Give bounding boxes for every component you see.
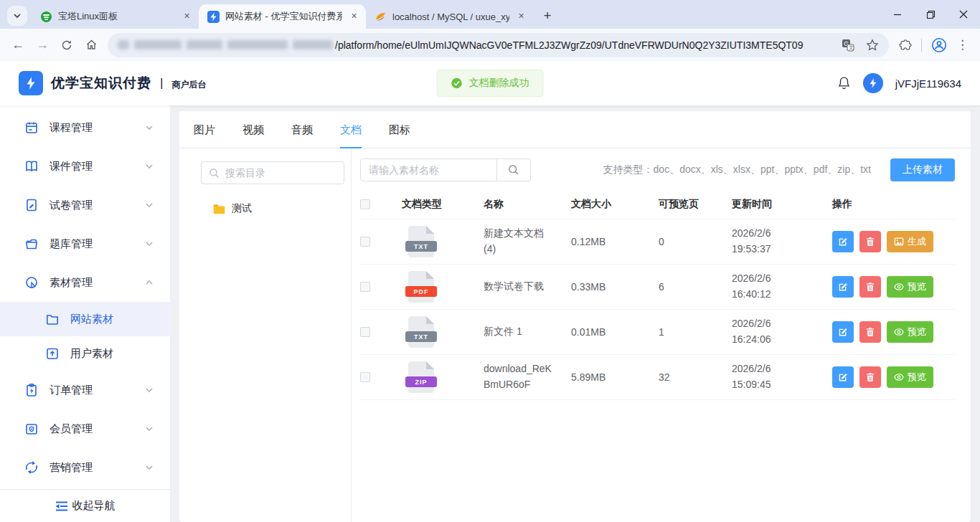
tab-close-icon[interactable]: × — [181, 11, 193, 23]
delete-button[interactable] — [859, 321, 881, 343]
document-size: 0.33MB — [564, 281, 651, 293]
document-name: 数学试卷下载 — [484, 279, 564, 295]
sidebar-item-material[interactable]: 素材管理 — [0, 263, 170, 302]
sidebar-item-members[interactable]: 会员管理 — [0, 409, 170, 448]
tab-search-button[interactable] — [7, 6, 27, 26]
tab-images[interactable]: 图片 — [194, 123, 215, 148]
new-tab-button[interactable]: + — [537, 6, 557, 26]
table-row: PDF 数学试卷下载 0.33MB 6 2026/2/616:40:12 — [360, 265, 955, 310]
edit-pen-icon — [838, 237, 848, 247]
window-controls — [881, 0, 980, 29]
sidebar: 课程管理 课件管理 试卷管理 题库管理 素材管理 网站素材 — [0, 105, 170, 522]
row-checkbox[interactable] — [360, 237, 370, 247]
document-pages: 6 — [651, 281, 725, 293]
document-pages: 1 — [651, 326, 725, 338]
upload-material-button[interactable]: 上传素材 — [890, 158, 955, 181]
profile-icon[interactable] — [931, 37, 947, 53]
brand-divider: | — [160, 76, 163, 90]
material-card: 图片 视频 音频 文档 图标 测试 — [179, 111, 971, 522]
edit-button[interactable] — [832, 321, 854, 343]
tab-close-icon[interactable]: × — [515, 11, 527, 23]
edit-button[interactable] — [832, 231, 854, 252]
material-tabs: 图片 视频 音频 文档 图标 — [179, 111, 971, 148]
tab-documents[interactable]: 文档 — [340, 123, 362, 148]
exam-file-icon — [24, 198, 39, 212]
header-right: jVFJjE119634 — [837, 73, 961, 93]
material-search-button[interactable] — [497, 158, 531, 181]
preview-button[interactable]: 预览 — [887, 321, 933, 343]
edit-button[interactable] — [832, 366, 854, 388]
window-minimize-button[interactable] — [881, 0, 914, 29]
tab-videos[interactable]: 视频 — [242, 123, 264, 148]
pdf-file-icon: PDF — [408, 271, 434, 303]
preview-button[interactable]: 预览 — [887, 366, 933, 388]
home-button[interactable] — [79, 33, 103, 57]
row-checkbox[interactable] — [360, 327, 370, 337]
select-all-checkbox[interactable] — [360, 199, 370, 209]
material-name-input[interactable] — [360, 158, 497, 181]
sidebar-item-question-bank[interactable]: 题库管理 — [0, 224, 170, 263]
chevron-down-icon — [144, 462, 154, 473]
reload-button[interactable] — [55, 33, 79, 57]
edit-button[interactable] — [832, 276, 854, 298]
delete-button[interactable] — [859, 231, 881, 252]
username: jVFJjE119634 — [895, 77, 961, 90]
bookmark-star-icon[interactable] — [866, 39, 879, 52]
url-bar[interactable]: /platform/home/eUlmUmIJQWNacGV0eTFML2J3Z… — [108, 33, 889, 57]
extensions-icon[interactable] — [899, 39, 912, 52]
sidebar-item-course[interactable]: 课程管理 — [0, 108, 170, 147]
row-checkbox[interactable] — [360, 282, 370, 292]
site-material-folder-icon — [45, 312, 60, 326]
blurred-domain — [118, 40, 333, 49]
tab-close-icon[interactable]: × — [348, 11, 360, 23]
window-close-button[interactable] — [947, 0, 980, 29]
browser-tab-baota[interactable]: 宝塔Linux面板 × — [32, 4, 199, 29]
restore-icon — [926, 10, 936, 19]
sidebar-item-marketing[interactable]: 营销管理 — [0, 448, 170, 487]
chevron-up-icon — [144, 277, 154, 288]
sidebar-item-courseware[interactable]: 课件管理 — [0, 147, 170, 186]
notification-bell-icon[interactable] — [837, 76, 851, 90]
toolbar-separator — [921, 39, 922, 52]
toast-text: 文档删除成功 — [469, 77, 529, 90]
tab-icons[interactable]: 图标 — [389, 123, 410, 148]
tab-audio[interactable]: 音频 — [291, 123, 313, 148]
sidebar-item-exam[interactable]: 试卷管理 — [0, 186, 170, 224]
trash-icon — [865, 237, 875, 247]
window-restore-button[interactable] — [914, 0, 947, 29]
user-avatar[interactable] — [863, 73, 883, 93]
tab-title: 网站素材 - 优学宝知识付费系统 — [225, 10, 342, 23]
browser-menu-icon[interactable]: ⋮ — [956, 37, 969, 52]
sidebar-item-label: 试卷管理 — [50, 199, 93, 212]
sidebar-item-label: 用户素材 — [70, 347, 113, 361]
sidebar-item-user-material[interactable]: 用户素材 — [0, 336, 170, 371]
material-circle-icon — [24, 275, 39, 290]
column-header-size: 文档大小 — [564, 198, 651, 211]
app-header: 优学宝知识付费 | 商户后台 文档删除成功 jVFJjE119634 — [0, 61, 980, 105]
supported-types-text: 支持类型：doc、docx、xls、xlsx、ppt、pptx、pdf、zip、… — [603, 163, 871, 176]
delete-button[interactable] — [859, 366, 881, 388]
generate-button[interactable]: 生成 — [887, 231, 933, 252]
translate-icon[interactable]: G 文 — [842, 39, 854, 52]
browser-tab-material[interactable]: 网站素材 - 优学宝知识付费系统 × — [199, 4, 366, 29]
edit-pen-icon — [838, 282, 848, 292]
sidebar-item-site-material[interactable]: 网站素材 — [0, 302, 170, 336]
delete-button[interactable] — [859, 276, 881, 298]
document-name: 新文件 1 — [484, 324, 564, 340]
eye-icon — [894, 372, 904, 382]
directory-tree-item[interactable]: 测试 — [213, 202, 344, 215]
browser-tab-strip: 宝塔Linux面板 × 网站素材 - 优学宝知识付费系统 × localhost… — [0, 0, 980, 29]
toast-message: 文档删除成功 — [437, 70, 544, 97]
row-checkbox[interactable] — [360, 372, 370, 382]
document-name: download_ReKBmUR6oF — [484, 361, 564, 392]
svg-text:文: 文 — [849, 44, 854, 50]
sidebar-item-orders[interactable]: 订单管理 — [0, 371, 170, 409]
preview-button[interactable]: 预览 — [887, 276, 933, 298]
back-button[interactable]: ← — [6, 33, 30, 57]
collapse-nav-button[interactable]: 收起导航 — [0, 489, 170, 522]
sidebar-item-label: 营销管理 — [50, 461, 93, 475]
directory-search-input[interactable] — [201, 161, 344, 184]
forward-button[interactable]: → — [30, 33, 55, 57]
browser-tab-phpmyadmin[interactable]: localhost / MySQL / uxue_xyz × — [366, 4, 533, 29]
marketing-cycle-icon — [24, 460, 39, 475]
